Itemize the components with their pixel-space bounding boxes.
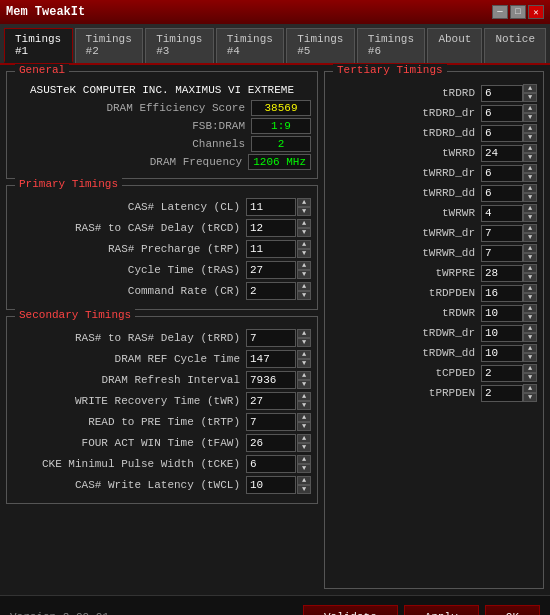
arrow-up[interactable]: ▲ bbox=[297, 350, 311, 359]
arrow-down[interactable]: ▼ bbox=[297, 207, 311, 216]
tertiary-input[interactable] bbox=[481, 165, 523, 182]
tab-timings3[interactable]: Timings #3 bbox=[145, 28, 214, 63]
arrow-up[interactable]: ▲ bbox=[523, 184, 537, 193]
maximize-button[interactable]: □ bbox=[510, 5, 526, 19]
arrow-down[interactable]: ▼ bbox=[297, 401, 311, 410]
arrow-down[interactable]: ▼ bbox=[523, 273, 537, 282]
arrow-up[interactable]: ▲ bbox=[523, 344, 537, 353]
arrow-up[interactable]: ▲ bbox=[297, 392, 311, 401]
tertiary-input[interactable] bbox=[481, 305, 523, 322]
arrow-up[interactable]: ▲ bbox=[297, 282, 311, 291]
timing-input[interactable] bbox=[246, 282, 296, 300]
arrow-down[interactable]: ▼ bbox=[523, 133, 537, 142]
arrow-down[interactable]: ▼ bbox=[523, 293, 537, 302]
arrow-up[interactable]: ▲ bbox=[297, 455, 311, 464]
timing-input[interactable] bbox=[246, 476, 296, 494]
tertiary-input[interactable] bbox=[481, 105, 523, 122]
arrow-up[interactable]: ▲ bbox=[523, 304, 537, 313]
tertiary-input[interactable] bbox=[481, 345, 523, 362]
timing-input[interactable] bbox=[246, 434, 296, 452]
arrow-up[interactable]: ▲ bbox=[297, 476, 311, 485]
tab-notice[interactable]: Notice bbox=[484, 28, 546, 63]
tertiary-input[interactable] bbox=[481, 145, 523, 162]
tertiary-input[interactable] bbox=[481, 185, 523, 202]
tertiary-input[interactable] bbox=[481, 325, 523, 342]
arrow-up[interactable]: ▲ bbox=[523, 244, 537, 253]
arrow-down[interactable]: ▼ bbox=[523, 253, 537, 262]
tab-timings6[interactable]: Timings #6 bbox=[357, 28, 426, 63]
timing-input[interactable] bbox=[246, 371, 296, 389]
tertiary-input[interactable] bbox=[481, 245, 523, 262]
tertiary-input[interactable] bbox=[481, 85, 523, 102]
timing-input[interactable] bbox=[246, 198, 296, 216]
timing-input[interactable] bbox=[246, 413, 296, 431]
timing-input[interactable] bbox=[246, 455, 296, 473]
tertiary-input[interactable] bbox=[481, 225, 523, 242]
arrow-up[interactable]: ▲ bbox=[297, 261, 311, 270]
timing-input[interactable] bbox=[246, 261, 296, 279]
tertiary-input[interactable] bbox=[481, 205, 523, 222]
arrow-down[interactable]: ▼ bbox=[297, 291, 311, 300]
ok-button[interactable]: OK bbox=[485, 605, 540, 616]
arrow-up[interactable]: ▲ bbox=[297, 329, 311, 338]
arrow-up[interactable]: ▲ bbox=[523, 284, 537, 293]
tertiary-input[interactable] bbox=[481, 365, 523, 382]
arrow-up[interactable]: ▲ bbox=[523, 124, 537, 133]
arrow-down[interactable]: ▼ bbox=[297, 338, 311, 347]
arrow-down[interactable]: ▼ bbox=[297, 422, 311, 431]
tab-timings1[interactable]: Timings #1 bbox=[4, 28, 73, 63]
close-button[interactable]: ✕ bbox=[528, 5, 544, 19]
tab-timings2[interactable]: Timings #2 bbox=[75, 28, 144, 63]
arrow-up[interactable]: ▲ bbox=[297, 371, 311, 380]
arrow-up[interactable]: ▲ bbox=[523, 384, 537, 393]
arrow-down[interactable]: ▼ bbox=[523, 233, 537, 242]
arrow-up[interactable]: ▲ bbox=[297, 240, 311, 249]
arrow-up[interactable]: ▲ bbox=[523, 204, 537, 213]
timing-input[interactable] bbox=[246, 329, 296, 347]
arrow-up[interactable]: ▲ bbox=[523, 164, 537, 173]
arrow-up[interactable]: ▲ bbox=[523, 224, 537, 233]
arrow-down[interactable]: ▼ bbox=[523, 333, 537, 342]
arrow-down[interactable]: ▼ bbox=[523, 173, 537, 182]
arrow-up[interactable]: ▲ bbox=[523, 84, 537, 93]
arrow-down[interactable]: ▼ bbox=[523, 153, 537, 162]
arrow-up[interactable]: ▲ bbox=[297, 413, 311, 422]
arrow-up[interactable]: ▲ bbox=[523, 364, 537, 373]
arrow-up[interactable]: ▲ bbox=[297, 434, 311, 443]
arrow-down[interactable]: ▼ bbox=[297, 485, 311, 494]
arrow-up[interactable]: ▲ bbox=[523, 104, 537, 113]
timing-input[interactable] bbox=[246, 392, 296, 410]
arrow-down[interactable]: ▼ bbox=[523, 93, 537, 102]
arrow-up[interactable]: ▲ bbox=[297, 198, 311, 207]
arrow-down[interactable]: ▼ bbox=[523, 213, 537, 222]
arrow-down[interactable]: ▼ bbox=[297, 228, 311, 237]
arrow-down[interactable]: ▼ bbox=[297, 270, 311, 279]
arrow-up[interactable]: ▲ bbox=[523, 144, 537, 153]
tab-about[interactable]: About bbox=[427, 28, 482, 63]
tertiary-input[interactable] bbox=[481, 285, 523, 302]
arrow-down[interactable]: ▼ bbox=[297, 249, 311, 258]
timing-input[interactable] bbox=[246, 240, 296, 258]
arrow-down[interactable]: ▼ bbox=[523, 393, 537, 402]
tertiary-input[interactable] bbox=[481, 385, 523, 402]
validate-button[interactable]: Validate bbox=[303, 605, 398, 616]
arrow-down[interactable]: ▼ bbox=[523, 373, 537, 382]
arrow-down[interactable]: ▼ bbox=[523, 113, 537, 122]
minimize-button[interactable]: ─ bbox=[492, 5, 508, 19]
timing-input[interactable] bbox=[246, 219, 296, 237]
apply-button[interactable]: Apply bbox=[404, 605, 479, 616]
arrow-down[interactable]: ▼ bbox=[523, 353, 537, 362]
tertiary-input[interactable] bbox=[481, 125, 523, 142]
arrow-down[interactable]: ▼ bbox=[297, 380, 311, 389]
tab-timings5[interactable]: Timings #5 bbox=[286, 28, 355, 63]
arrow-up[interactable]: ▲ bbox=[523, 324, 537, 333]
arrow-down[interactable]: ▼ bbox=[297, 359, 311, 368]
arrow-up[interactable]: ▲ bbox=[523, 264, 537, 273]
arrow-down[interactable]: ▼ bbox=[523, 313, 537, 322]
arrow-down[interactable]: ▼ bbox=[297, 464, 311, 473]
arrow-up[interactable]: ▲ bbox=[297, 219, 311, 228]
tab-timings4[interactable]: Timings #4 bbox=[216, 28, 285, 63]
timing-input[interactable] bbox=[246, 350, 296, 368]
tertiary-input[interactable] bbox=[481, 265, 523, 282]
arrow-down[interactable]: ▼ bbox=[523, 193, 537, 202]
